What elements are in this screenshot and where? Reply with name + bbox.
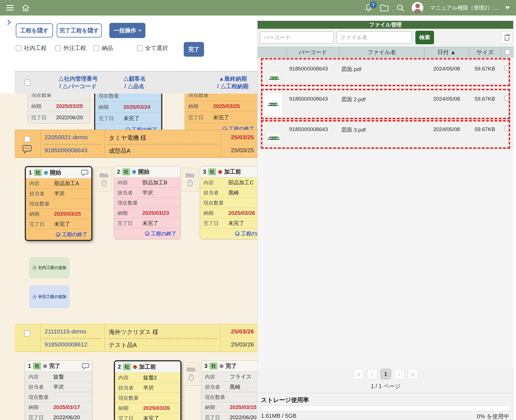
file-select-checkbox[interactable]	[504, 126, 509, 131]
start-drag-connector[interactable]: 開始	[183, 362, 199, 386]
last-page-button[interactable]: »	[408, 369, 418, 379]
file-thumbnail[interactable]	[266, 132, 281, 144]
end-process-link[interactable]: 工程の終了	[235, 230, 257, 237]
job-select-checkbox[interactable]	[24, 136, 30, 142]
current-page-button[interactable]: 1	[380, 369, 391, 379]
process-board: 工程を隠す 完了工程を隠す 一括操作 社内工程 外注工程 納品 全て選択 完了 …	[0, 16, 257, 420]
job-row[interactable]: 22050021-demo 9185000008643 タミヤ電機 様 成型品A…	[15, 130, 257, 158]
barcode-link[interactable]: 9185000008612	[45, 341, 87, 348]
process-card-partial[interactable]: 現在数量 納期2025/03/25 完了日2022/06/20	[28, 94, 90, 123]
column-date-sorted[interactable]: 日付 ▲	[424, 47, 469, 57]
job-row[interactable]: 21110115-demo 9185000008612 海外ツクリダス 様 テス…	[15, 324, 257, 352]
start-drag-connector[interactable]: 開始	[182, 168, 198, 191]
process-card[interactable]: 3 社 完了 内容フライス 担当者黒崎 現在数量 納期2025/03/15 完了…	[201, 360, 257, 420]
app-screen: 7 マニュアル権限（管理2）:... 工程を隠す 完了工程を隠す 一括操作 社内…	[0, 0, 516, 420]
file-name[interactable]: 図面.pdf	[342, 66, 361, 73]
process-card-header: 2 社 開始	[114, 166, 180, 178]
bulk-action-button[interactable]: 一括操作	[109, 23, 145, 38]
field-value: 旋盤	[53, 373, 64, 381]
sort-due-date[interactable]: ▲最終納期/ △工程納期	[209, 75, 256, 90]
hamburger-menu-icon[interactable]	[6, 5, 14, 10]
filter-label: 外注工程	[63, 44, 86, 52]
notification-bell-icon[interactable]: 7	[364, 3, 373, 12]
field-label: 現在数量	[31, 94, 56, 98]
process-card[interactable]: 3 社 加工前 内容部品加工C 担当者黒崎 現在数量 納期2025/03/26 …	[200, 166, 257, 239]
file-management-panel: ファイル管理 検索 バーコード ファイル名 日付 ▲ サイズ 918500000…	[257, 21, 513, 420]
file-thumbnail[interactable]	[264, 92, 282, 116]
filter-internal-process[interactable]: 社内工程	[16, 44, 46, 52]
mgmt-no-link[interactable]: 22050021-demo	[45, 134, 88, 141]
file-select-checkbox[interactable]	[504, 96, 509, 101]
comment-bubble-icon[interactable]	[81, 169, 88, 176]
sort-customer[interactable]: △顧客名/ △品名	[99, 75, 170, 90]
field-label: 完了日	[118, 415, 143, 420]
select-all-files-checkbox[interactable]	[505, 50, 510, 55]
add-internal-process-button[interactable]: 社内工程の追加	[29, 257, 69, 278]
field-value: 黒崎	[230, 383, 240, 391]
hide-process-button[interactable]: 工程を隠す	[16, 23, 53, 37]
process-card[interactable]: 1 社 完了 内容旋盤 担当者半沢 現在数量 納期2025/03/17 完了日2…	[25, 360, 92, 420]
due-date: 2025/03/24	[123, 104, 150, 110]
column-label: ▲最終納期	[209, 75, 256, 83]
process-card-partial[interactable]: 現在数量 納期2025/03/25 完了日未完了 工程の終了	[185, 94, 257, 135]
field-label: 納期	[99, 104, 123, 110]
due-date: 2025/03/25	[54, 211, 81, 217]
file-thumbnail[interactable]	[268, 72, 281, 84]
home-icon[interactable]	[21, 3, 30, 12]
search-icon[interactable]	[396, 3, 405, 12]
hide-done-process-button[interactable]: 完了工程を隠す	[57, 23, 102, 37]
user-menu-caret-icon[interactable]	[505, 6, 510, 9]
column-filename[interactable]: ファイル名	[339, 47, 424, 57]
filter-delivery[interactable]: 納品	[94, 44, 113, 52]
field-value: 旋盤2	[143, 374, 157, 381]
start-drag-connector[interactable]: 開始	[96, 168, 112, 191]
process-seq: 1	[28, 363, 31, 369]
user-avatar[interactable]	[412, 2, 423, 14]
file-row[interactable]: 9185000008643 図面 3.pdf 2024/05/08 59.67K…	[258, 120, 514, 148]
file-row[interactable]: 9185000008643 図面.pdf 2024/05/08 59.67KB	[258, 59, 514, 87]
header-select-checkbox[interactable]	[25, 80, 30, 85]
add-external-process-button[interactable]: 外注工程の追加	[29, 286, 69, 308]
process-card[interactable]: 2 社 開始 内容部品加工B 担当者半沢 現在数量 納期2025/03/23 完…	[114, 166, 181, 239]
barcode-search-input[interactable]	[260, 31, 334, 44]
filter-select-all[interactable]: 全て選択	[137, 44, 168, 52]
job-select-checkbox[interactable]	[24, 330, 30, 336]
filename-search-input[interactable]	[336, 31, 412, 44]
comment-bubble-icon[interactable]	[82, 363, 89, 369]
filter-external-process[interactable]: 外注工程	[55, 44, 86, 52]
file-row[interactable]: 9185000008643 図面 2.pdf 2024/05/08 59.67K…	[258, 90, 514, 119]
first-page-button[interactable]: «	[353, 369, 364, 379]
file-select-checkbox[interactable]	[504, 66, 509, 70]
column-size[interactable]: サイズ	[469, 47, 501, 57]
job-row-select-cell	[15, 324, 41, 352]
filter-external-checkbox[interactable]	[55, 45, 61, 51]
end-process-link[interactable]: 工程の終了	[56, 231, 87, 238]
filter-delivery-checkbox[interactable]	[94, 45, 99, 51]
company-badge: 社	[122, 168, 130, 175]
status-label: 加工前	[139, 363, 156, 371]
process-card[interactable]: 2 社 加工前 内容旋盤2 担当者半沢 現在数量 納期2025/03/26 完了…	[114, 360, 181, 420]
done-button[interactable]: 完了	[184, 42, 204, 57]
comment-bubble-icon[interactable]	[22, 145, 32, 154]
next-page-button[interactable]: ›	[394, 369, 405, 379]
process-card[interactable]: 1 社 開始 内容部品加工A 担当者半沢 現在数量 納期2025/03/25 完…	[25, 166, 92, 241]
job-id-cell: 21110115-demo 9185000008612	[41, 324, 105, 352]
field-label: 現在数量	[29, 200, 54, 207]
select-all-checkbox[interactable]	[137, 45, 143, 51]
mgmt-no-link[interactable]: 21110115-demo	[45, 328, 86, 335]
prev-page-button[interactable]: ‹	[367, 369, 378, 379]
final-due-date: 25/03/26	[231, 328, 254, 335]
filter-internal-checkbox[interactable]	[16, 45, 21, 51]
file-date: 2024/05/08	[424, 96, 469, 102]
end-process-link[interactable]: 工程の終了	[145, 230, 176, 237]
column-barcode[interactable]: バーコード	[287, 47, 339, 57]
search-button[interactable]: 検索	[415, 31, 434, 44]
folder-icon[interactable]	[380, 4, 389, 12]
mouse-icon	[102, 180, 107, 187]
delete-files-button[interactable]	[501, 31, 513, 44]
expand-sidebar-chevron-icon[interactable]	[5, 20, 10, 25]
file-name[interactable]: 図面 3.pdf	[342, 126, 366, 134]
barcode-link[interactable]: 9185000008643	[45, 147, 87, 154]
file-name[interactable]: 図面 2.pdf	[342, 96, 366, 103]
file-barcode: 9185000008643	[289, 126, 328, 132]
